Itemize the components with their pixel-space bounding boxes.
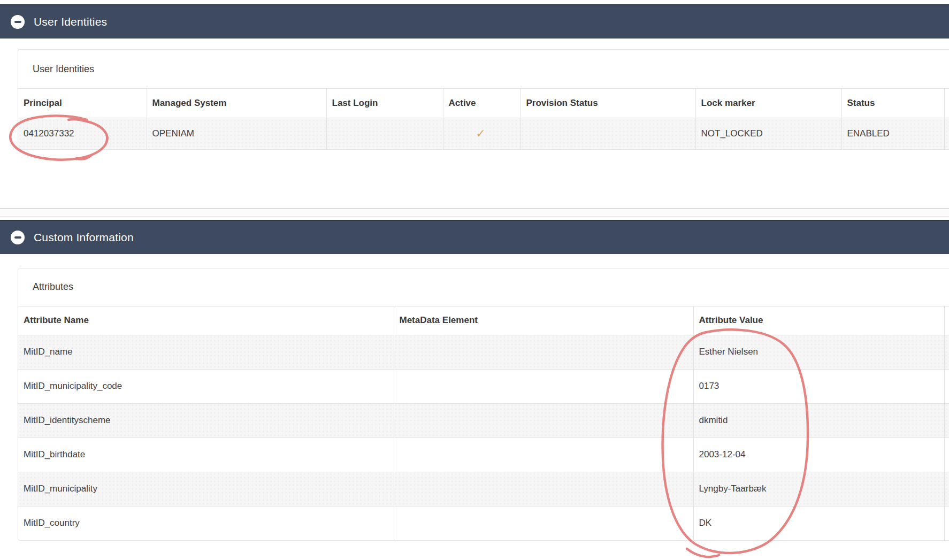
column-header-principal: Principal (18, 89, 147, 118)
annotation-circle-attribute-values-tail (687, 549, 719, 557)
section-divider (0, 208, 949, 217)
cell-provision-status (521, 118, 695, 149)
cell-extra (944, 403, 949, 438)
cell-attribute-value: Lyngby-Taarbæk (693, 472, 944, 506)
cell-attribute-name: MitID_identityscheme (18, 403, 394, 438)
cell-managed-system: OPENIAM (147, 118, 326, 149)
attributes-table: Attribute Name MetaData Element Attribut… (18, 306, 949, 541)
cell-extra (944, 506, 949, 540)
cell-attribute-name: MitID_name (18, 335, 394, 369)
cell-metadata-element (394, 438, 693, 472)
table-header-row: Attribute Name MetaData Element Attribut… (18, 306, 949, 335)
attribute-row[interactable]: MitID_birthdate 2003-12-04 (18, 438, 949, 472)
attribute-row[interactable]: MitID_country DK (18, 506, 949, 540)
card-title: Attributes (18, 269, 949, 306)
column-header-attribute-name: Attribute Name (18, 306, 394, 335)
cell-metadata-element (394, 506, 693, 540)
cell-metadata-element (394, 472, 693, 506)
collapse-minus-icon[interactable] (11, 231, 25, 244)
cell-extra (944, 118, 949, 149)
active-checkmark-icon: ✓ (449, 127, 521, 141)
attribute-row[interactable]: MitID_name Esther Nielsen (18, 335, 949, 369)
section-header-custom-information[interactable]: Custom Information (0, 220, 949, 254)
section-title: Custom Information (34, 231, 134, 244)
column-header-extra (944, 89, 949, 118)
cell-last-login (326, 118, 443, 149)
column-header-managed-system: Managed System (147, 89, 326, 118)
attribute-row[interactable]: MitID_municipality Lyngby-Taarbæk (18, 472, 949, 506)
cell-metadata-element (394, 369, 693, 403)
column-header-metadata-element: MetaData Element (394, 306, 693, 335)
cell-principal: 0412037332 (18, 118, 147, 149)
column-header-lock-marker: Lock marker (695, 89, 841, 118)
card-title: User Identities (18, 50, 949, 88)
cell-attribute-value: DK (693, 506, 944, 540)
cell-metadata-element (394, 335, 693, 369)
attribute-row[interactable]: MitID_identityscheme dkmitid (18, 403, 949, 438)
table-header-row: Principal Managed System Last Login Acti… (18, 89, 949, 118)
identity-row[interactable]: 0412037332 OPENIAM ✓ NOT_LOCKED ENABLED (18, 118, 949, 149)
section-title: User Identities (34, 16, 107, 28)
cell-attribute-value: 0173 (693, 369, 944, 403)
collapse-minus-icon[interactable] (11, 15, 25, 29)
user-identities-card: User Identities Principal Managed System… (18, 49, 949, 150)
column-header-active: Active (443, 89, 521, 118)
column-header-extra (944, 306, 949, 335)
cell-metadata-element (394, 403, 693, 438)
user-identities-table: Principal Managed System Last Login Acti… (18, 88, 949, 149)
column-header-provision-status: Provision Status (521, 89, 695, 118)
attributes-card: Attributes Attribute Name MetaData Eleme… (18, 268, 949, 541)
cell-attribute-name: MitID_municipality (18, 472, 394, 506)
cell-lock-marker: NOT_LOCKED (695, 118, 841, 149)
cell-status: ENABLED (841, 118, 944, 149)
section-header-user-identities[interactable]: User Identities (0, 4, 949, 39)
annotation-circle-principal-tail (76, 155, 91, 159)
cell-extra (944, 335, 949, 369)
cell-attribute-name: MitID_birthdate (18, 438, 394, 472)
cell-extra (944, 438, 949, 472)
column-header-attribute-value: Attribute Value (693, 306, 944, 335)
cell-attribute-value: 2003-12-04 (693, 438, 944, 472)
column-header-status: Status (841, 89, 944, 118)
cell-attribute-value: dkmitid (693, 403, 944, 438)
cell-extra (944, 472, 949, 506)
cell-active: ✓ (443, 118, 521, 149)
cell-attribute-value: Esther Nielsen (693, 335, 944, 369)
attribute-row[interactable]: MitID_municipality_code 0173 (18, 369, 949, 403)
cell-attribute-name: MitID_country (18, 506, 394, 540)
column-header-last-login: Last Login (326, 89, 443, 118)
cell-attribute-name: MitID_municipality_code (18, 369, 394, 403)
cell-extra (944, 369, 949, 403)
